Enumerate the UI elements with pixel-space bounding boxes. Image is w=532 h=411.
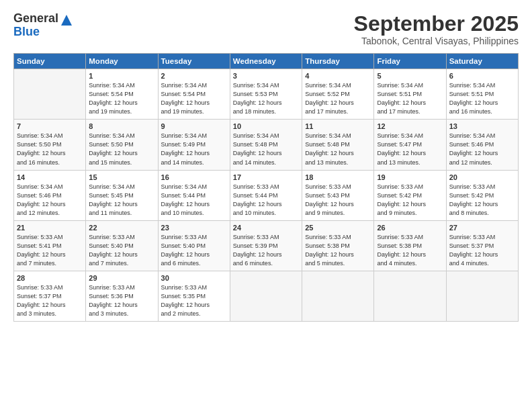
day-number: 14 [17,173,83,181]
calendar-cell: 18Sunrise: 5:33 AMSunset: 5:43 PMDayligh… [302,170,374,220]
header-saturday: Saturday [446,54,518,69]
day-number: 27 [449,224,515,232]
day-info: Sunrise: 5:34 AMSunset: 5:50 PMDaylight:… [17,132,83,167]
logo-icon [60,13,73,27]
calendar-cell: 19Sunrise: 5:33 AMSunset: 5:42 PMDayligh… [374,170,446,220]
day-number: 12 [377,122,443,130]
day-number: 28 [17,274,83,282]
calendar-cell: 9Sunrise: 5:34 AMSunset: 5:49 PMDaylight… [158,120,230,170]
day-number: 6 [449,72,515,80]
header-monday: Monday [86,54,158,69]
calendar-cell: 22Sunrise: 5:33 AMSunset: 5:40 PMDayligh… [86,220,158,271]
day-info: Sunrise: 5:33 AMSunset: 5:44 PMDaylight:… [233,183,299,218]
logo: General Blue [13,12,73,39]
day-info: Sunrise: 5:34 AMSunset: 5:52 PMDaylight:… [305,81,371,116]
day-info: Sunrise: 5:34 AMSunset: 5:46 PMDaylight:… [449,132,515,167]
calendar-week-3: 14Sunrise: 5:34 AMSunset: 5:46 PMDayligh… [14,170,519,220]
day-number: 26 [377,224,443,232]
day-info: Sunrise: 5:33 AMSunset: 5:35 PMDaylight:… [161,283,227,318]
calendar-cell: 23Sunrise: 5:33 AMSunset: 5:40 PMDayligh… [158,220,230,271]
calendar-cell: 2Sunrise: 5:34 AMSunset: 5:54 PMDaylight… [158,69,230,120]
day-info: Sunrise: 5:33 AMSunset: 5:36 PMDaylight:… [89,283,154,318]
day-number: 23 [161,224,227,232]
calendar-cell: 11Sunrise: 5:34 AMSunset: 5:48 PMDayligh… [302,120,374,170]
day-info: Sunrise: 5:34 AMSunset: 5:45 PMDaylight:… [89,183,154,218]
calendar-cell: 6Sunrise: 5:34 AMSunset: 5:51 PMDaylight… [446,69,518,120]
day-number: 16 [161,173,227,181]
calendar-cell [374,271,446,321]
calendar-cell [302,271,374,321]
calendar-cell: 10Sunrise: 5:34 AMSunset: 5:48 PMDayligh… [230,120,302,170]
day-number: 25 [305,224,371,232]
logo-blue: Blue [13,26,58,39]
day-number: 24 [233,224,299,232]
day-info: Sunrise: 5:33 AMSunset: 5:38 PMDaylight:… [305,233,371,268]
day-info: Sunrise: 5:34 AMSunset: 5:50 PMDaylight:… [89,132,154,167]
calendar-week-5: 28Sunrise: 5:33 AMSunset: 5:37 PMDayligh… [14,271,519,321]
day-number: 1 [89,72,154,80]
day-info: Sunrise: 5:34 AMSunset: 5:48 PMDaylight:… [305,132,371,167]
day-number: 19 [377,173,443,181]
day-info: Sunrise: 5:34 AMSunset: 5:51 PMDaylight:… [377,81,443,116]
calendar-cell [446,271,518,321]
calendar-cell: 4Sunrise: 5:34 AMSunset: 5:52 PMDaylight… [302,69,374,120]
calendar-cell: 7Sunrise: 5:34 AMSunset: 5:50 PMDaylight… [14,120,86,170]
location: Tabonok, Central Visayas, Philippines [354,36,519,46]
day-info: Sunrise: 5:33 AMSunset: 5:40 PMDaylight:… [89,233,154,268]
calendar-cell: 30Sunrise: 5:33 AMSunset: 5:35 PMDayligh… [158,271,230,321]
calendar-week-4: 21Sunrise: 5:33 AMSunset: 5:41 PMDayligh… [14,220,519,271]
month-title: September 2025 [354,12,519,36]
day-number: 29 [89,274,154,282]
calendar-cell: 8Sunrise: 5:34 AMSunset: 5:50 PMDaylight… [86,120,158,170]
header-thursday: Thursday [302,54,374,69]
day-number: 20 [449,173,515,181]
day-number: 18 [305,173,371,181]
day-info: Sunrise: 5:34 AMSunset: 5:54 PMDaylight:… [89,81,154,116]
day-info: Sunrise: 5:34 AMSunset: 5:44 PMDaylight:… [161,183,227,218]
day-info: Sunrise: 5:34 AMSunset: 5:51 PMDaylight:… [449,81,515,116]
calendar-cell: 25Sunrise: 5:33 AMSunset: 5:38 PMDayligh… [302,220,374,271]
calendar-cell: 13Sunrise: 5:34 AMSunset: 5:46 PMDayligh… [446,120,518,170]
calendar-cell: 17Sunrise: 5:33 AMSunset: 5:44 PMDayligh… [230,170,302,220]
day-info: Sunrise: 5:34 AMSunset: 5:47 PMDaylight:… [377,132,443,167]
day-info: Sunrise: 5:34 AMSunset: 5:46 PMDaylight:… [17,183,83,218]
day-info: Sunrise: 5:33 AMSunset: 5:42 PMDaylight:… [449,183,515,218]
day-number: 17 [233,173,299,181]
day-info: Sunrise: 5:34 AMSunset: 5:49 PMDaylight:… [161,132,227,167]
calendar-cell: 29Sunrise: 5:33 AMSunset: 5:36 PMDayligh… [86,271,158,321]
day-number: 7 [17,122,83,130]
calendar-week-2: 7Sunrise: 5:34 AMSunset: 5:50 PMDaylight… [14,120,519,170]
calendar-table: SundayMondayTuesdayWednesdayThursdayFrid… [13,53,519,322]
day-number: 9 [161,122,227,130]
calendar-cell: 14Sunrise: 5:34 AMSunset: 5:46 PMDayligh… [14,170,86,220]
day-number: 3 [233,72,299,80]
title-block: September 2025 Tabonok, Central Visayas,… [354,12,519,46]
day-info: Sunrise: 5:33 AMSunset: 5:40 PMDaylight:… [161,233,227,268]
day-number: 21 [17,224,83,232]
day-number: 2 [161,72,227,80]
day-number: 30 [161,274,227,282]
day-info: Sunrise: 5:33 AMSunset: 5:37 PMDaylight:… [449,233,515,268]
calendar-cell [230,271,302,321]
calendar-week-1: 1Sunrise: 5:34 AMSunset: 5:54 PMDaylight… [14,69,519,120]
calendar-cell: 16Sunrise: 5:34 AMSunset: 5:44 PMDayligh… [158,170,230,220]
day-number: 8 [89,122,154,130]
calendar-cell: 3Sunrise: 5:34 AMSunset: 5:53 PMDaylight… [230,69,302,120]
day-number: 22 [89,224,154,232]
day-info: Sunrise: 5:34 AMSunset: 5:53 PMDaylight:… [233,81,299,116]
calendar-cell: 20Sunrise: 5:33 AMSunset: 5:42 PMDayligh… [446,170,518,220]
day-info: Sunrise: 5:33 AMSunset: 5:38 PMDaylight:… [377,233,443,268]
calendar-cell [14,69,86,120]
day-number: 15 [89,173,154,181]
logo-general: General [13,12,58,26]
calendar-cell: 12Sunrise: 5:34 AMSunset: 5:47 PMDayligh… [374,120,446,170]
header-tuesday: Tuesday [158,54,230,69]
calendar-cell: 5Sunrise: 5:34 AMSunset: 5:51 PMDaylight… [374,69,446,120]
day-info: Sunrise: 5:33 AMSunset: 5:39 PMDaylight:… [233,233,299,268]
header-sunday: Sunday [14,54,86,69]
day-number: 13 [449,122,515,130]
calendar-cell: 24Sunrise: 5:33 AMSunset: 5:39 PMDayligh… [230,220,302,271]
day-info: Sunrise: 5:33 AMSunset: 5:37 PMDaylight:… [17,283,83,318]
header-friday: Friday [374,54,446,69]
day-number: 11 [305,122,371,130]
